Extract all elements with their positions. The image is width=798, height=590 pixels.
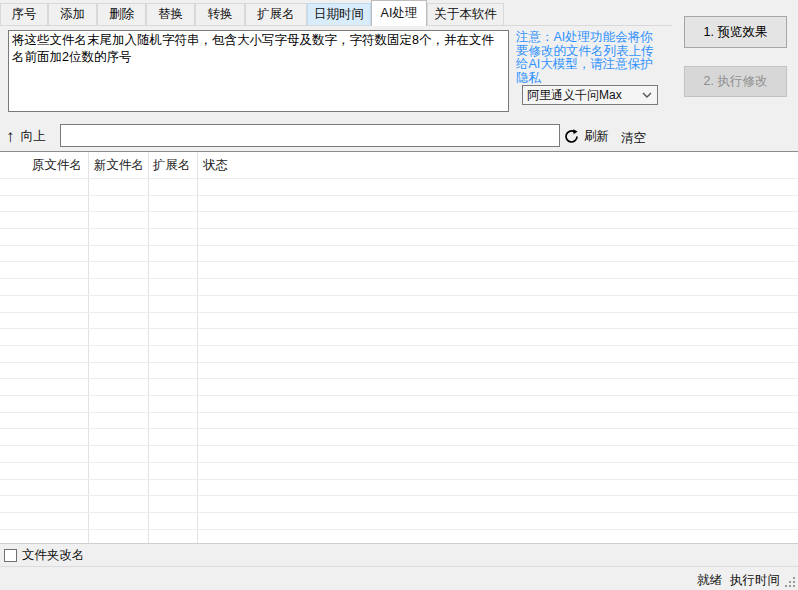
status-bar: 就绪 执行时间 bbox=[0, 566, 798, 590]
refresh-label: 刷新 bbox=[584, 128, 609, 145]
tab-about[interactable]: 关于本软件 bbox=[427, 3, 504, 25]
file-list-header: 原文件名 新文件名 扩展名 状态 bbox=[0, 152, 798, 178]
column-header-original-name[interactable]: 原文件名 bbox=[0, 152, 82, 178]
status-exec-time-label: 执行时间 bbox=[730, 572, 780, 589]
preview-button[interactable]: 1. 预览效果 bbox=[684, 16, 787, 48]
column-header-extension[interactable]: 扩展名 bbox=[153, 152, 197, 178]
tab-serial[interactable]: 序号 bbox=[0, 3, 48, 25]
up-directory-label: 向上 bbox=[21, 128, 46, 145]
ai-model-select[interactable]: 阿里通义千问Max bbox=[522, 85, 658, 105]
tab-strip: 序号 添加 删除 替换 转换 扩展名 日期时间 AI处理 关于本软件 bbox=[0, 0, 798, 26]
resize-grip[interactable] bbox=[783, 575, 796, 588]
tab-datetime[interactable]: 日期时间 bbox=[307, 3, 371, 25]
folder-rename-control[interactable]: 文件夹改名 bbox=[0, 543, 798, 566]
tab-extension[interactable]: 扩展名 bbox=[245, 3, 307, 25]
file-list-table: 原文件名 新文件名 扩展名 状态 bbox=[0, 152, 798, 543]
ai-model-selected-value: 阿里通义千问Max bbox=[523, 87, 639, 104]
file-list-body bbox=[0, 178, 798, 543]
tab-delete[interactable]: 删除 bbox=[97, 3, 146, 25]
tab-ai-process[interactable]: AI处理 bbox=[371, 0, 427, 26]
up-directory-button[interactable]: ↑ 向上 bbox=[6, 126, 46, 146]
tab-replace[interactable]: 替换 bbox=[146, 3, 195, 25]
ai-privacy-notice: 注意：AI处理功能会将你要修改的文件名列表上传给AI大模型，请注意保护隐私 bbox=[516, 31, 664, 85]
tab-convert[interactable]: 转换 bbox=[195, 3, 245, 25]
column-header-new-name[interactable]: 新文件名 bbox=[94, 152, 148, 178]
folder-rename-label: 文件夹改名 bbox=[22, 547, 85, 564]
up-arrow-icon: ↑ bbox=[6, 128, 15, 145]
clear-button[interactable]: 清空 bbox=[621, 130, 646, 147]
chevron-down-icon bbox=[639, 87, 655, 103]
tab-strip-baseline bbox=[0, 25, 672, 26]
refresh-button[interactable]: 刷新 bbox=[563, 127, 609, 145]
refresh-icon bbox=[563, 128, 580, 145]
execute-button: 2. 执行修改 bbox=[684, 66, 787, 97]
column-header-status[interactable]: 状态 bbox=[203, 152, 323, 178]
status-ready-label: 就绪 bbox=[697, 572, 722, 589]
folder-rename-checkbox[interactable] bbox=[4, 549, 17, 562]
ai-prompt-textarea[interactable]: 将这些文件名末尾加入随机字符串，包含大小写字母及数字，字符数固定8个，并在文件名… bbox=[8, 30, 509, 112]
path-input[interactable] bbox=[60, 124, 560, 147]
tab-add[interactable]: 添加 bbox=[48, 3, 97, 25]
